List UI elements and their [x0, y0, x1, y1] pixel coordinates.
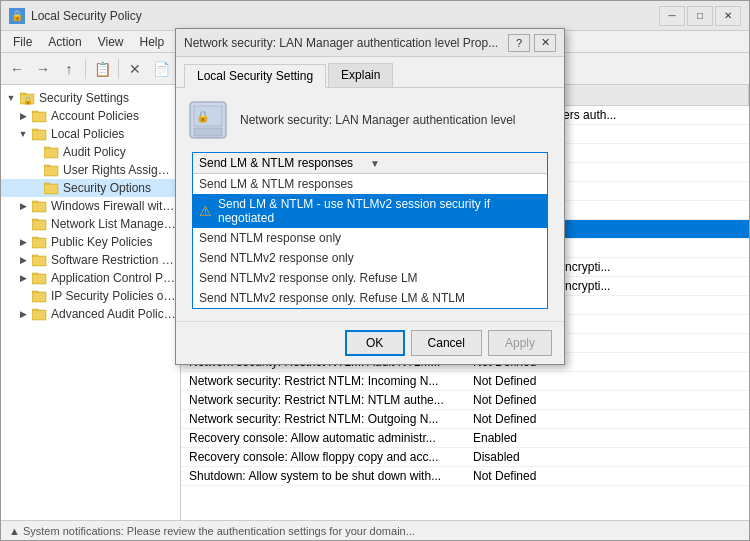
sidebar-label: Local Policies	[51, 127, 124, 141]
menu-file[interactable]: File	[5, 33, 40, 51]
policy-setting: Not Defined	[465, 467, 749, 485]
show-hide-button[interactable]: 📋	[90, 57, 114, 81]
dropdown-list: Send LM & NTLM responses ⚠ Send LM & NTL…	[193, 174, 547, 308]
list-item[interactable]: Network security: Restrict NTLM: Outgoin…	[181, 410, 749, 429]
sidebar: ▼ 🔒 Security Settings ▶	[1, 85, 181, 520]
sidebar-item-network-list[interactable]: Network List Manager Poli...	[1, 215, 180, 233]
dialog-close-button[interactable]: ✕	[534, 34, 556, 52]
option-label: Send NTLM response only	[199, 231, 341, 245]
status-bar: ▲ System notifications: Please review th…	[1, 520, 749, 540]
back-button[interactable]: ←	[5, 57, 29, 81]
sidebar-item-ip-security[interactable]: IP Security Policies on Local...	[1, 287, 180, 305]
sidebar-item-software-restriction[interactable]: ▶ Software Restriction Policie...	[1, 251, 180, 269]
sidebar-item-app-control[interactable]: ▶ Application Control Policie...	[1, 269, 180, 287]
sidebar-label: Network List Manager Poli...	[51, 217, 176, 231]
svg-rect-1	[20, 93, 26, 95]
sidebar-item-security-options[interactable]: Security Options	[1, 179, 180, 197]
sidebar-item-advanced-audit[interactable]: ▶ Advanced Audit Policy Co...	[1, 305, 180, 323]
expander-icon: ▼	[17, 128, 29, 140]
dropdown-selected-value[interactable]: Send LM & NTLM responses ▼	[193, 153, 547, 174]
svg-rect-43	[194, 128, 222, 136]
toolbar-separator-1	[85, 59, 86, 79]
option-label: Send LM & NTLM - use NTLMv2 session secu…	[218, 197, 541, 225]
maximize-button[interactable]: □	[687, 6, 713, 26]
policy-name: Network security: Restrict NTLM: Incomin…	[181, 372, 465, 390]
properties-button[interactable]: 📄	[149, 57, 173, 81]
dialog-body: 🔒 Network security: LAN Manager authenti…	[176, 88, 564, 321]
dropdown-option[interactable]: Send LM & NTLM responses	[193, 174, 547, 194]
cancel-button[interactable]: Cancel	[411, 330, 482, 356]
toolbar-separator-2	[118, 59, 119, 79]
status-text: ▲ System notifications: Please review th…	[9, 525, 415, 537]
dialog-title-buttons: ? ✕	[508, 34, 556, 52]
sidebar-item-local-policies[interactable]: ▼ Local Policies	[1, 125, 180, 143]
selected-option-label: Send LM & NTLM responses	[199, 156, 370, 170]
authentication-level-dropdown[interactable]: Send LM & NTLM responses ▼ Send LM & NTL…	[192, 152, 548, 309]
sidebar-label: Advanced Audit Policy Co...	[51, 307, 176, 321]
svg-rect-26	[32, 237, 38, 239]
delete-button[interactable]: ✕	[123, 57, 147, 81]
expander-icon	[17, 218, 29, 230]
policy-name: Recovery console: Allow automatic admini…	[181, 429, 465, 447]
sidebar-label: Security Settings	[39, 91, 129, 105]
dropdown-option[interactable]: Send NTLMv2 response only. Refuse LM	[193, 268, 547, 288]
svg-rect-5	[32, 111, 38, 113]
dropdown-option[interactable]: Send NTLM response only	[193, 228, 547, 248]
expander-icon: ▼	[5, 92, 17, 104]
forward-button[interactable]: →	[31, 57, 55, 81]
list-item[interactable]: Shutdown: Allow system to be shut down w…	[181, 467, 749, 486]
svg-rect-14	[44, 165, 50, 167]
minimize-button[interactable]: ─	[659, 6, 685, 26]
menu-action[interactable]: Action	[40, 33, 89, 51]
sidebar-label: Security Options	[63, 181, 151, 195]
app-icon: 🔒	[9, 8, 25, 24]
folder-icon	[32, 289, 48, 303]
tab-explain[interactable]: Explain	[328, 63, 393, 87]
expander-icon	[17, 290, 29, 302]
policy-name: Shutdown: Allow system to be shut down w…	[181, 467, 465, 485]
up-button[interactable]: ↑	[57, 57, 81, 81]
svg-rect-17	[44, 183, 50, 185]
sidebar-item-security-settings[interactable]: ▼ 🔒 Security Settings	[1, 89, 180, 107]
sidebar-label: Account Policies	[51, 109, 139, 123]
folder-icon	[32, 109, 48, 123]
sidebar-item-user-rights[interactable]: User Rights Assignment	[1, 161, 180, 179]
list-item[interactable]: Recovery console: Allow floppy copy and …	[181, 448, 749, 467]
dialog-title: Network security: LAN Manager authentica…	[184, 36, 508, 50]
warning-icon: ⚠	[199, 203, 212, 219]
sidebar-item-public-key[interactable]: ▶ Public Key Policies	[1, 233, 180, 251]
expander-icon: ▶	[17, 272, 29, 284]
sidebar-label: Software Restriction Policie...	[51, 253, 176, 267]
menu-view[interactable]: View	[90, 33, 132, 51]
ok-button[interactable]: OK	[345, 330, 405, 356]
apply-button[interactable]: Apply	[488, 330, 552, 356]
dialog-help-button[interactable]: ?	[508, 34, 530, 52]
svg-rect-35	[32, 291, 38, 293]
svg-text:🔒: 🔒	[23, 95, 33, 105]
dropdown-option[interactable]: Send NTLMv2 response only	[193, 248, 547, 268]
sidebar-item-account-policies[interactable]: ▶ Account Policies	[1, 107, 180, 125]
svg-rect-29	[32, 255, 38, 257]
svg-rect-30	[33, 257, 45, 265]
svg-rect-32	[32, 273, 38, 275]
svg-rect-24	[33, 221, 45, 229]
list-item[interactable]: Recovery console: Allow automatic admini…	[181, 429, 749, 448]
list-item[interactable]: Network security: Restrict NTLM: Incomin…	[181, 372, 749, 391]
sidebar-item-windows-firewall[interactable]: ▶ Windows Firewall with Adv...	[1, 197, 180, 215]
security-shield-icon: 🔒	[188, 100, 228, 140]
folder-icon	[44, 163, 60, 177]
dialog-setting-label: Network security: LAN Manager authentica…	[240, 113, 515, 127]
tree-view: ▼ 🔒 Security Settings ▶	[1, 85, 180, 327]
dropdown-option-selected[interactable]: ⚠ Send LM & NTLM - use NTLMv2 session se…	[193, 194, 547, 228]
window-title: Local Security Policy	[31, 9, 659, 23]
list-item[interactable]: Network security: Restrict NTLM: NTLM au…	[181, 391, 749, 410]
folder-icon	[32, 199, 48, 213]
dropdown-option[interactable]: Send NTLMv2 response only. Refuse LM & N…	[193, 288, 547, 308]
policy-name: Network security: Restrict NTLM: NTLM au…	[181, 391, 465, 409]
close-button[interactable]: ✕	[715, 6, 741, 26]
sidebar-item-audit-policy[interactable]: Audit Policy	[1, 143, 180, 161]
tab-local-security-setting[interactable]: Local Security Setting	[184, 64, 326, 88]
option-label: Send NTLMv2 response only	[199, 251, 354, 265]
menu-help[interactable]: Help	[132, 33, 173, 51]
expander-icon: ▶	[17, 110, 29, 122]
